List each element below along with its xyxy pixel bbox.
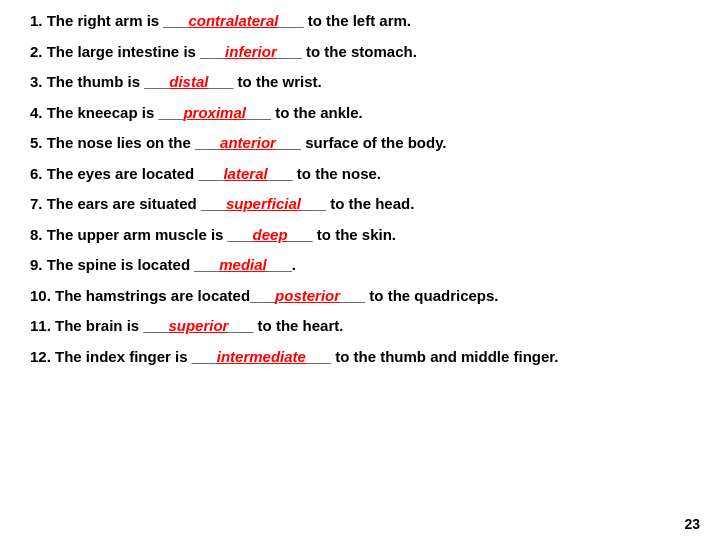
question-answer-3: distal	[169, 73, 208, 90]
question-prefix-6: 6. The eyes are located ___	[30, 165, 223, 182]
question-line-10: 10. The hamstrings are located___posteri…	[30, 285, 690, 308]
question-line-4: 4. The kneecap is ___proximal___ to the …	[30, 102, 690, 125]
question-answer-7: superficial	[226, 195, 301, 212]
question-suffix-5: ___ surface of the body.	[276, 134, 447, 151]
question-prefix-7: 7. The ears are situated ___	[30, 195, 226, 212]
question-line-7: 7. The ears are situated ___superficial_…	[30, 193, 690, 216]
question-prefix-1: 1. The right arm is ___	[30, 12, 188, 29]
question-prefix-2: 2. The large intestine is ___	[30, 43, 225, 60]
question-answer-12: intermediate	[217, 348, 306, 365]
question-prefix-10: 10. The hamstrings are located___	[30, 287, 275, 304]
question-line-2: 2. The large intestine is ___inferior___…	[30, 41, 690, 64]
question-answer-1: contralateral	[188, 12, 278, 29]
question-suffix-11: ___ to the heart.	[228, 317, 343, 334]
question-suffix-12: ___ to the thumb and middle finger.	[306, 348, 559, 365]
question-line-11: 11. The brain is ___superior___ to the h…	[30, 315, 690, 338]
question-prefix-8: 8. The upper arm muscle is ___	[30, 226, 253, 243]
question-suffix-8: ___ to the skin.	[288, 226, 396, 243]
question-prefix-4: 4. The kneecap is ___	[30, 104, 183, 121]
question-answer-6: lateral	[223, 165, 267, 182]
question-prefix-3: 3. The thumb is ___	[30, 73, 169, 90]
question-answer-8: deep	[253, 226, 288, 243]
question-suffix-1: ___ to the left arm.	[278, 12, 411, 29]
question-line-12: 12. The index finger is ___intermediate_…	[30, 346, 690, 369]
question-suffix-6: ___ to the nose.	[268, 165, 381, 182]
question-line-8: 8. The upper arm muscle is ___deep___ to…	[30, 224, 690, 247]
question-line-9: 9. The spine is located ___medial___.	[30, 254, 690, 277]
question-suffix-9: ___.	[267, 256, 296, 273]
question-suffix-4: ___ to the ankle.	[246, 104, 363, 121]
question-line-6: 6. The eyes are located ___lateral___ to…	[30, 163, 690, 186]
question-answer-4: proximal	[183, 104, 246, 121]
question-prefix-9: 9. The spine is located ___	[30, 256, 219, 273]
page-number: 23	[684, 516, 700, 532]
question-answer-2: inferior	[225, 43, 277, 60]
question-prefix-12: 12. The index finger is ___	[30, 348, 217, 365]
question-answer-5: anterior	[220, 134, 276, 151]
question-suffix-7: ___ to the head.	[301, 195, 414, 212]
question-line-1: 1. The right arm is ___contralateral___ …	[30, 10, 690, 33]
question-suffix-3: ___ to the wrist.	[208, 73, 321, 90]
question-suffix-10: ___ to the quadriceps.	[340, 287, 498, 304]
question-answer-11: superior	[168, 317, 228, 334]
question-line-5: 5. The nose lies on the ___anterior___ s…	[30, 132, 690, 155]
question-answer-9: medial	[219, 256, 267, 273]
question-prefix-5: 5. The nose lies on the ___	[30, 134, 220, 151]
question-answer-10: posterior	[275, 287, 340, 304]
question-suffix-2: ___ to the stomach.	[277, 43, 417, 60]
main-content: 1. The right arm is ___contralateral___ …	[0, 0, 720, 386]
question-prefix-11: 11. The brain is ___	[30, 317, 168, 334]
question-line-3: 3. The thumb is ___distal___ to the wris…	[30, 71, 690, 94]
